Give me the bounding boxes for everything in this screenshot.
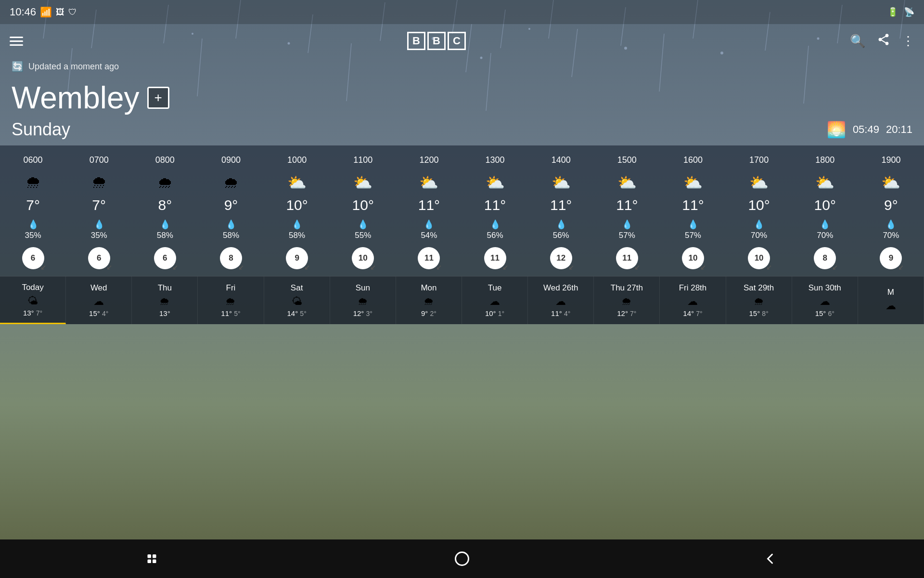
forecast-day[interactable]: Wed 26th ☁ 11° 4° bbox=[528, 276, 594, 324]
hour-weather-icon: ⛅ bbox=[749, 173, 769, 192]
precip-icon: 💧 bbox=[358, 219, 368, 230]
wind-arrow-icon: ↙ bbox=[436, 263, 442, 271]
precip-icon: 💧 bbox=[754, 219, 764, 230]
wind-speed: 6 bbox=[163, 253, 167, 263]
precip-icon: 💧 bbox=[688, 219, 698, 230]
wind-arrow-icon: ↙ bbox=[832, 263, 838, 271]
forecast-day[interactable]: Thu 27th 🌧 12° 7° bbox=[594, 276, 660, 324]
updated-text: Updated a moment ago bbox=[28, 62, 119, 72]
nav-menu-button[interactable] bbox=[135, 544, 173, 573]
forecast-lo: 3° bbox=[366, 310, 372, 317]
precip-icon: 💧 bbox=[160, 219, 170, 230]
hour-col: 0700 🌨 7° 💧 35% 6 ↙ bbox=[66, 153, 132, 271]
wind-speed: 11 bbox=[622, 253, 631, 263]
forecast-day[interactable]: Today 🌤 13° 7° bbox=[0, 276, 66, 324]
forecast-icon: ☁ bbox=[820, 295, 830, 308]
forecast-day-name: Sat bbox=[291, 283, 303, 293]
time-display: 10:46 bbox=[10, 6, 36, 18]
forecast-hi: 13° bbox=[159, 309, 170, 317]
forecast-icon: ☁ bbox=[93, 295, 104, 308]
forecast-day-name: Fri bbox=[226, 283, 236, 293]
shield-icon: 🛡 bbox=[68, 7, 77, 17]
precip-percent: 58% bbox=[157, 231, 173, 240]
wind-arrow-icon: ↙ bbox=[106, 263, 112, 271]
forecast-day[interactable]: Thu 🌧 13° bbox=[132, 276, 198, 324]
hour-col: 1800 ⛅ 10° 💧 70% 8 ↙ bbox=[792, 153, 858, 271]
forecast-day[interactable]: Fri 28th ☁ 14° 7° bbox=[660, 276, 726, 324]
hour-col: 1400 ⛅ 11° 💧 56% 12 ↙ bbox=[528, 153, 594, 271]
hour-weather-icon: 🌨 bbox=[91, 173, 107, 192]
forecast-day-name: M bbox=[887, 288, 894, 297]
search-icon[interactable]: 🔍 bbox=[850, 34, 865, 49]
svg-rect-32 bbox=[148, 560, 152, 564]
hour-temp: 11° bbox=[616, 197, 638, 213]
day-row: Sunday 🌅 05:49 20:11 bbox=[0, 118, 924, 145]
forecast-icon: ☁ bbox=[687, 295, 698, 308]
forecast-day[interactable]: Tue ☁ 10° 1° bbox=[462, 276, 528, 324]
hour-precip: 💧 58% bbox=[289, 219, 305, 240]
hour-col: 1500 ⛅ 11° 💧 57% 11 ↙ bbox=[594, 153, 660, 271]
forecast-day[interactable]: Wed ☁ 15° 4° bbox=[66, 276, 132, 324]
forecast-lo: 7° bbox=[696, 310, 702, 317]
forecast-day[interactable]: Sat 🌤 14° 5° bbox=[264, 276, 330, 324]
more-options-icon[interactable]: ⋮ bbox=[902, 34, 914, 49]
forecast-day[interactable]: Sun 30th ☁ 15° 6° bbox=[792, 276, 858, 324]
precip-percent: 35% bbox=[91, 231, 107, 240]
forecast-day[interactable]: M ☁ bbox=[858, 276, 924, 324]
forecast-lo: 5° bbox=[234, 310, 240, 317]
wind-arrow-icon: ↙ bbox=[634, 263, 640, 271]
forecast-strip[interactable]: Today 🌤 13° 7° Wed ☁ 15° 4° Thu 🌧 13° Fr… bbox=[0, 276, 924, 324]
forecast-temps: 13° bbox=[159, 309, 170, 317]
share-icon[interactable] bbox=[877, 33, 890, 50]
hour-temp: 10° bbox=[286, 197, 308, 213]
wind-speed: 9 bbox=[295, 253, 299, 263]
precip-icon: 💧 bbox=[28, 219, 38, 230]
forecast-icon: 🌤 bbox=[292, 295, 302, 308]
forecast-hi: 11° bbox=[551, 309, 562, 317]
hour-temp: 9° bbox=[224, 197, 238, 213]
forecast-icon: 🌤 bbox=[27, 294, 38, 308]
forecast-day-name: Thu 27th bbox=[611, 283, 643, 293]
forecast-temps: 12° 3° bbox=[353, 309, 372, 317]
wind-arrow-icon: ↙ bbox=[568, 263, 574, 271]
forecast-lo: 4° bbox=[564, 310, 570, 317]
hour-time: 1100 bbox=[353, 155, 372, 165]
forecast-day[interactable]: Sun 🌧 12° 3° bbox=[330, 276, 396, 324]
sunrise-icon: 🌅 bbox=[827, 120, 846, 139]
day-name: Sunday bbox=[12, 119, 70, 140]
hour-precip: 💧 57% bbox=[619, 219, 635, 240]
forecast-day[interactable]: Sat 29th 🌧 15° 8° bbox=[726, 276, 792, 324]
precip-icon: 💧 bbox=[424, 219, 434, 230]
hour-precip: 💧 58% bbox=[223, 219, 239, 240]
hour-precip: 💧 70% bbox=[883, 219, 899, 240]
forecast-hi: 14° bbox=[287, 309, 298, 317]
nav-home-button[interactable] bbox=[443, 544, 481, 573]
nav-back-button[interactable] bbox=[751, 544, 789, 573]
precip-icon: 💧 bbox=[292, 219, 302, 230]
hour-precip: 💧 56% bbox=[487, 219, 503, 240]
hour-col: 1200 ⛅ 11° 💧 54% 11 ↙ bbox=[396, 153, 462, 271]
wind-speed: 10 bbox=[689, 253, 698, 263]
hour-precip: 💧 57% bbox=[685, 219, 701, 240]
hour-time: 1900 bbox=[881, 155, 900, 165]
forecast-lo: 1° bbox=[498, 310, 504, 317]
hour-time: 0800 bbox=[155, 155, 175, 165]
forecast-hi: 11° bbox=[221, 309, 232, 317]
hour-time: 1700 bbox=[749, 155, 769, 165]
forecast-hi: 15° bbox=[815, 309, 826, 317]
forecast-temps: 15° 6° bbox=[815, 309, 834, 317]
precip-percent: 70% bbox=[883, 231, 899, 240]
forecast-temps: 11° 5° bbox=[221, 309, 240, 317]
wind-arrow-icon: ↙ bbox=[502, 263, 508, 271]
menu-icon[interactable] bbox=[10, 37, 23, 46]
forecast-day[interactable]: Fri 🌧 11° 5° bbox=[198, 276, 264, 324]
forecast-day[interactable]: Mon 🌧 9° 2° bbox=[396, 276, 462, 324]
wind-speed: 8 bbox=[229, 253, 233, 263]
precip-icon: 💧 bbox=[556, 219, 566, 230]
add-location-button[interactable]: + bbox=[147, 87, 169, 109]
forecast-hi: 9° bbox=[421, 309, 428, 317]
forecast-day-name: Today bbox=[22, 283, 43, 292]
hour-weather-icon: ⛅ bbox=[881, 173, 900, 192]
wind-badge: 11 ↙ bbox=[484, 247, 506, 269]
battery-icon: 🔋 bbox=[887, 7, 898, 17]
